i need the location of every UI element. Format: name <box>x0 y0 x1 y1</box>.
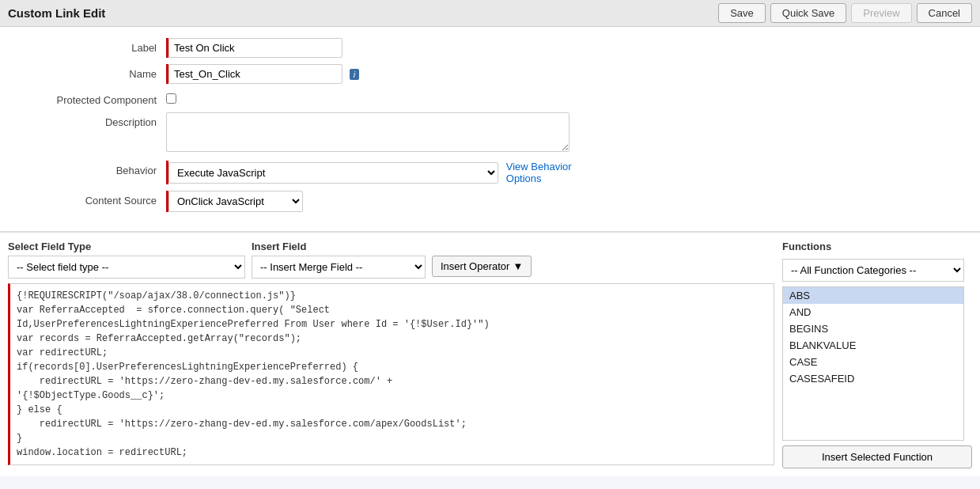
content-source-row: Content Source OnClick JavaScript URL <box>24 191 956 212</box>
insert-field-select[interactable]: -- Insert Merge Field -- <box>252 256 426 279</box>
functions-header: Functions <box>782 241 972 252</box>
protected-component-label: Protected Component <box>24 90 166 106</box>
insert-field-group: Insert Field -- Insert Merge Field -- <box>252 241 426 279</box>
page-title: Custom Link Edit <box>8 6 105 20</box>
behavior-row-inner: Execute JavaScript Display in existing w… <box>168 161 609 184</box>
content-source-field-label: Content Source <box>24 191 166 207</box>
description-textarea[interactable] <box>166 112 569 152</box>
function-list-item[interactable]: BLANKVALUE <box>783 337 963 354</box>
behavior-row: Behavior Execute JavaScript Display in e… <box>24 161 956 184</box>
preview-button[interactable]: Preview <box>851 3 911 23</box>
field-type-select[interactable]: -- Select field type -- <box>8 256 245 279</box>
function-list-item[interactable]: AND <box>783 304 963 320</box>
name-field-container: i <box>166 64 609 84</box>
content-source-field-container: OnClick JavaScript URL <box>166 191 609 212</box>
insert-operator-label: Insert Operator <box>441 260 509 272</box>
view-behavior-link[interactable]: View Behavior Options <box>506 161 609 184</box>
behavior-field-container: Execute JavaScript Display in existing w… <box>166 161 609 184</box>
top-bar: Custom Link Edit Save Quick Save Preview… <box>0 0 980 27</box>
label-field-label: Label <box>24 38 166 54</box>
function-list-item[interactable]: ABS <box>783 287 963 304</box>
quick-save-button[interactable]: Quick Save <box>770 3 846 23</box>
content-source-select[interactable]: OnClick JavaScript URL <box>168 191 303 212</box>
description-row: Description <box>24 112 956 154</box>
insert-field-header: Insert Field <box>252 241 426 252</box>
select-field-type-header: Select Field Type <box>8 241 245 252</box>
protected-component-row: Protected Component <box>24 90 956 106</box>
function-list-item[interactable]: CASE <box>783 354 963 370</box>
info-icon[interactable]: i <box>350 69 359 80</box>
form-area: Label Name i Protected Component Descrip… <box>0 27 980 232</box>
functions-list: ABSANDBEGINSBLANKVALUECASECASESAFEID <box>782 286 964 441</box>
function-list-item[interactable]: BEGINS <box>783 320 963 337</box>
right-panel: Functions -- All Function Categories -- … <box>782 241 972 468</box>
dropdowns-row: Select Field Type -- Select field type -… <box>8 241 774 279</box>
insert-operator-chevron-icon: ▼ <box>513 260 523 272</box>
label-field-container <box>166 38 609 58</box>
label-input[interactable] <box>168 38 342 58</box>
cancel-button[interactable]: Cancel <box>917 3 972 23</box>
description-field-label: Description <box>24 112 166 128</box>
insert-operator-button[interactable]: Insert Operator ▼ <box>432 256 532 277</box>
description-field-container <box>166 112 609 154</box>
name-field-label: Name <box>24 64 166 80</box>
code-editor[interactable] <box>8 283 774 465</box>
left-panel: Select Field Type -- Select field type -… <box>8 241 774 468</box>
label-row: Label <box>24 38 956 58</box>
protected-component-field <box>166 90 609 106</box>
save-button[interactable]: Save <box>718 3 766 23</box>
protected-component-checkbox[interactable] <box>166 93 176 104</box>
insert-selected-function-button[interactable]: Insert Selected Function <box>782 445 972 468</box>
field-type-group: Select Field Type -- Select field type -… <box>8 241 245 279</box>
editor-section: Select Field Type -- Select field type -… <box>0 233 980 476</box>
function-category-select[interactable]: -- All Function Categories -- Text Math … <box>782 259 964 282</box>
behavior-field-label: Behavior <box>24 161 166 176</box>
function-list-item[interactable]: CASESAFEID <box>783 370 963 387</box>
behavior-select[interactable]: Execute JavaScript Display in existing w… <box>168 162 498 184</box>
name-input[interactable] <box>168 64 342 84</box>
name-row: Name i <box>24 64 956 84</box>
toolbar-buttons: Save Quick Save Preview Cancel <box>718 3 972 23</box>
functions-panel: Functions -- All Function Categories -- … <box>782 241 972 468</box>
